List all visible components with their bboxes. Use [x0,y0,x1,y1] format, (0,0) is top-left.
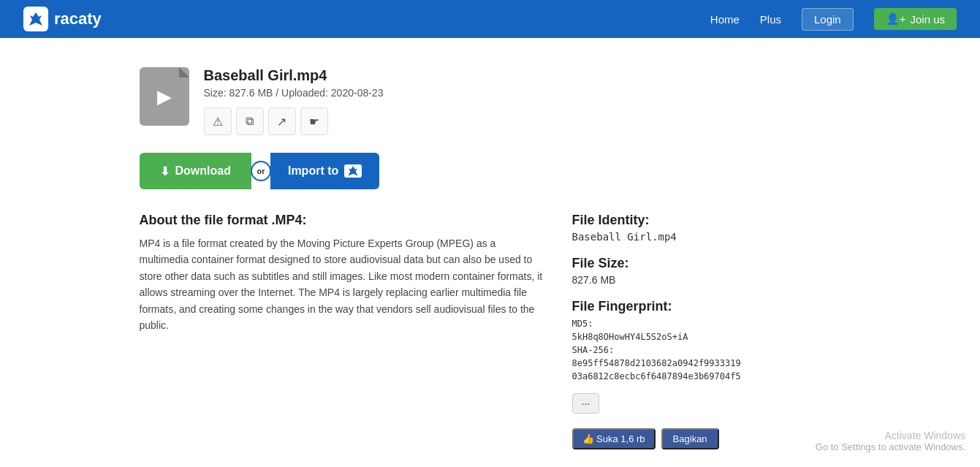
nav-plus[interactable]: Plus [760,13,781,26]
about-text: MP4 is a file format created by the Movi… [140,235,543,333]
download-button[interactable]: ⬇ Download [140,153,251,189]
activate-watermark: Activate Windows Go to Settings to activ… [816,430,965,452]
col-right: File Identity: Baseball Girl.mp4 File Si… [572,213,841,449]
nav-join-button[interactable]: 👤+ Join us [874,8,957,30]
more-button[interactable]: ··· [572,393,600,414]
file-actions: ⚠ ⧉ ↗ ☛ [204,107,841,135]
file-size-label: File Size: [572,256,841,271]
fingerprint-block: MD5: 5kH8q8OHowHY4L5S2oS+iA SHA-256: 8e9… [572,317,841,383]
facebook-like-button[interactable]: 👍 Suka 1,6 rb [572,428,656,449]
share-button[interactable]: ↗ [268,107,296,135]
facebook-share-button[interactable]: Bagikan [661,428,719,449]
or-badge: or [251,161,271,181]
header: racaty Home Plus Login 👤+ Join us [0,0,980,38]
download-row: ⬇ Download or Import to [140,153,841,189]
two-col-layout: About the file format .MP4: MP4 is a fil… [140,213,841,449]
sha256-value: 8e95ff54878d2103682a0942f993331903a6812c… [572,358,741,381]
md5-value: 5kH8q8OHowHY4L5S2oS+iA [572,332,688,342]
join-label: Join us [910,13,945,26]
file-meta: Size: 827.6 MB / Uploaded: 2020-08-23 [204,87,841,99]
activate-line2: Go to Settings to activate Windows. [816,441,965,452]
copy-button[interactable]: ⧉ [236,107,264,135]
logo-icon [23,7,48,31]
copy-icon: ⧉ [246,115,254,128]
file-identity-value: Baseball Girl.mp4 [572,231,841,243]
import-button[interactable]: Import to [270,153,379,189]
sha256-label: SHA-256: [572,345,615,355]
fingerprint-icon: ☛ [309,115,319,129]
about-title: About the file format .MP4: [140,213,543,228]
video-file-icon: ▶ [157,86,172,108]
file-info-area: ▶ Baseball Girl.mp4 Size: 827.6 MB / Upl… [140,67,841,135]
file-icon-box: ▶ [140,67,189,126]
file-details: Baseball Girl.mp4 Size: 827.6 MB / Uploa… [204,67,841,135]
file-fingerprint-label: File Fingerprint: [572,299,841,314]
warning-button[interactable]: ⚠ [204,107,232,135]
nav-home[interactable]: Home [710,13,740,26]
download-arrow-icon: ⬇ [160,164,170,178]
download-import-container: ⬇ Download or Import to [140,153,380,189]
logo-text: racaty [54,10,102,29]
racaty-logo-small [344,164,362,178]
md5-label: MD5: [572,319,593,329]
activate-line1: Activate Windows [816,430,965,441]
logo-area: racaty [23,7,102,31]
download-label: Download [175,164,231,178]
col-left: About the file format .MP4: MP4 is a fil… [140,213,543,449]
file-name: Baseball Girl.mp4 [204,67,841,84]
file-size-value: 827.6 MB [572,274,841,286]
import-label: Import to [288,164,338,178]
file-identity-label: File Identity: [572,213,841,228]
nav: Home Plus Login 👤+ Join us [710,8,957,31]
share-icon: ↗ [277,115,286,129]
person-add-icon: 👤+ [886,12,906,26]
main-content: ▶ Baseball Girl.mp4 Size: 827.6 MB / Upl… [125,38,856,467]
fingerprint-button[interactable]: ☛ [300,107,328,135]
social-row: 👍 Suka 1,6 rb Bagikan [572,428,841,449]
warning-icon: ⚠ [213,115,223,129]
nav-login[interactable]: Login [802,8,854,31]
